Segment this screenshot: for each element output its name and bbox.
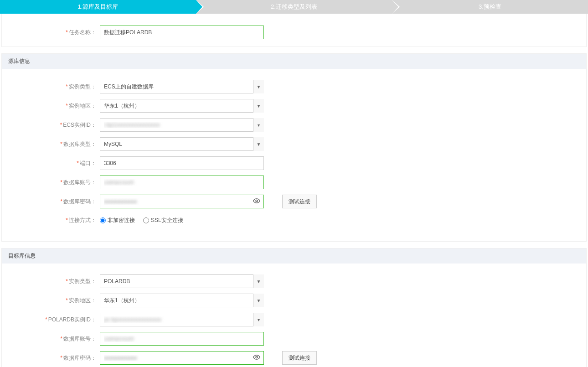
- source-port-label: *端口：: [2, 160, 100, 167]
- target-instance-type-label: *实例类型：: [2, 278, 100, 285]
- eye-icon[interactable]: [253, 197, 260, 206]
- target-polardb-id-select[interactable]: [100, 313, 264, 326]
- source-instance-type-select[interactable]: [100, 80, 264, 93]
- source-section-header: 源库信息: [1, 53, 587, 69]
- wizard-stepper: 1.源库及目标库 2.迁移类型及列表 3.预检查: [0, 0, 588, 14]
- step-3[interactable]: 3.预检查: [392, 0, 588, 14]
- conn-mode-plain[interactable]: 非加密连接: [100, 217, 135, 224]
- source-password-label: *数据库密码：: [2, 198, 100, 206]
- conn-mode-ssl[interactable]: SSL安全连接: [143, 217, 183, 224]
- target-password-label: *数据库密码：: [2, 354, 100, 362]
- source-instance-type-label: *实例类型：: [2, 83, 100, 91]
- source-db-type-select[interactable]: [100, 137, 264, 151]
- source-region-label: *实例地区：: [2, 102, 100, 110]
- target-account-input[interactable]: [100, 332, 264, 346]
- target-account-label: *数据库账号：: [2, 335, 100, 343]
- target-region-label: *实例地区：: [2, 297, 100, 305]
- target-section-header: 目标库信息: [1, 248, 587, 264]
- source-ecs-id-select[interactable]: [100, 118, 264, 132]
- task-name-input[interactable]: [100, 26, 264, 39]
- conn-mode-ssl-radio[interactable]: [143, 217, 149, 223]
- target-instance-type-select[interactable]: [100, 274, 264, 288]
- source-ecs-id-label: *ECS实例ID：: [2, 121, 100, 129]
- conn-mode-ssl-label: SSL安全连接: [151, 217, 183, 224]
- target-region-select[interactable]: [100, 294, 264, 307]
- source-password-input[interactable]: [100, 195, 264, 208]
- source-region-select[interactable]: [100, 99, 264, 113]
- task-name-label: *任务名称：: [2, 29, 100, 36]
- target-test-connection-button[interactable]: 测试连接: [282, 351, 317, 365]
- source-account-input[interactable]: [100, 176, 264, 189]
- source-test-connection-button[interactable]: 测试连接: [282, 195, 317, 208]
- source-conn-mode-label: *连接方式：: [2, 217, 100, 224]
- step-2[interactable]: 2.迁移类型及列表: [196, 0, 392, 14]
- source-account-label: *数据库账号：: [2, 179, 100, 186]
- source-db-type-label: *数据库类型：: [2, 140, 100, 148]
- conn-mode-plain-radio[interactable]: [100, 217, 106, 223]
- target-password-input[interactable]: [100, 351, 264, 365]
- svg-point-0: [256, 200, 258, 202]
- eye-icon[interactable]: [253, 354, 260, 362]
- conn-mode-plain-label: 非加密连接: [108, 217, 135, 224]
- step-1[interactable]: 1.源库及目标库: [0, 0, 196, 14]
- svg-point-1: [256, 357, 258, 358]
- source-port-input[interactable]: [100, 156, 264, 170]
- target-polardb-id-label: *POLARDB实例ID：: [2, 316, 100, 324]
